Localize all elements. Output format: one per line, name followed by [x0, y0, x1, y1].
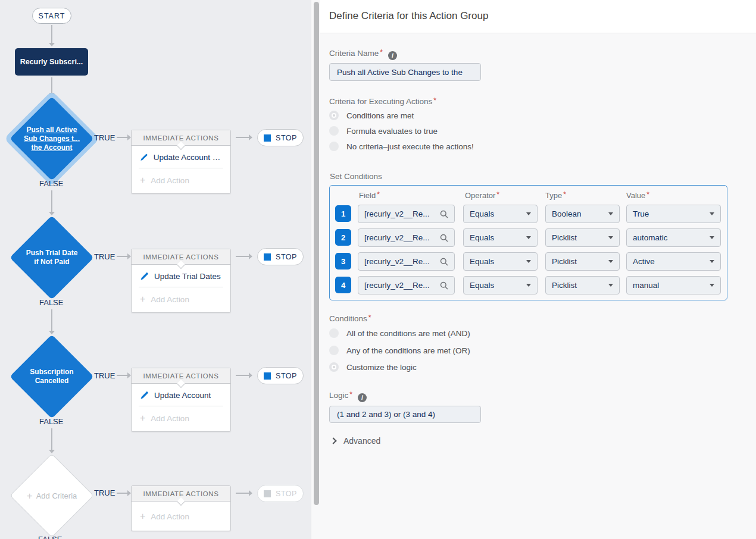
search-icon: [440, 234, 448, 242]
connector-arrow: [51, 428, 52, 450]
radio-icon[interactable]: [329, 126, 339, 136]
connector-arrow: [117, 256, 127, 257]
true-label: TRUE: [94, 371, 115, 380]
add-action-button[interactable]: + Add Action: [132, 406, 230, 431]
stop-square-icon: [264, 134, 271, 142]
field-input-4[interactable]: [recurly_v2__Re...: [358, 276, 455, 294]
radio-icon[interactable]: [329, 362, 339, 372]
stop-square-icon: [264, 372, 271, 380]
radio-all-and[interactable]: All of the conditions are met (AND): [329, 328, 470, 338]
value-select-2[interactable]: automatic: [626, 228, 721, 247]
operator-select-1[interactable]: Equals: [463, 205, 538, 223]
criteria-node-1-label: Push all Active Sub Changes t... the Acc…: [10, 109, 93, 168]
field-input-1[interactable]: [recurly_v2__Re...: [358, 205, 455, 223]
false-label: FALSE: [39, 298, 63, 307]
operator-select-4[interactable]: Equals: [463, 276, 538, 294]
radio-formula-true[interactable]: Formula evaluates to true: [329, 126, 438, 136]
field-input-3[interactable]: [recurly_v2__Re...: [358, 252, 455, 271]
chevron-down-icon: [526, 284, 531, 287]
criteria-node-3-label: Subscription Cancelled: [10, 347, 93, 406]
plus-icon: +: [140, 175, 145, 186]
define-criteria-panel: Define Criteria for this Action Group Cr…: [320, 0, 756, 539]
add-criteria-label: + Add Criteria: [10, 466, 93, 525]
criteria-node-2-label: Push Trial Date if Not Paid: [10, 228, 93, 287]
add-action-button[interactable]: + Add Action: [132, 502, 230, 531]
chevron-down-icon: [710, 260, 714, 263]
chevron-down-icon: [608, 212, 613, 215]
criteria-name-input[interactable]: Push all Active Sub Changes to the: [329, 63, 481, 81]
required-asterisk: *: [433, 96, 436, 105]
connector-arrow: [51, 309, 52, 331]
required-asterisk: *: [349, 390, 352, 399]
immediate-actions-header: IMMEDIATE ACTIONS: [132, 249, 230, 265]
type-select-4[interactable]: Picklist: [545, 276, 620, 294]
radio-customize-logic[interactable]: Customize the logic: [329, 362, 417, 372]
add-action-button[interactable]: + Add Action: [132, 287, 230, 312]
value-select-3[interactable]: Active: [626, 252, 721, 271]
operator-select-2[interactable]: Equals: [463, 228, 538, 247]
plus-icon: +: [140, 511, 145, 522]
chevron-down-icon: [608, 236, 613, 239]
required-asterisk: *: [563, 190, 566, 199]
plus-icon: +: [140, 294, 145, 305]
logic-input[interactable]: (1 and 2 and 3) or (3 and 4): [329, 406, 481, 423]
required-asterisk: *: [377, 190, 380, 199]
radio-conditions-are-met[interactable]: Conditions are met: [329, 111, 414, 120]
plus-icon: +: [27, 492, 33, 500]
start-node[interactable]: START: [32, 8, 71, 24]
value-select-4[interactable]: manual: [626, 276, 721, 294]
pencil-icon: [140, 272, 149, 281]
radio-icon[interactable]: [329, 111, 339, 120]
trigger-node[interactable]: Recurly Subscri...: [15, 48, 88, 76]
field-input-2[interactable]: [recurly_v2__Re...: [358, 228, 455, 247]
info-icon[interactable]: i: [358, 393, 367, 402]
criteria-name-label: Criteria Name*i: [329, 48, 397, 60]
connector-arrow: [236, 137, 249, 138]
search-icon: [440, 281, 448, 290]
type-select-1[interactable]: Boolean: [545, 205, 620, 223]
immediate-actions-header: IMMEDIATE ACTIONS: [132, 486, 230, 502]
radio-any-or[interactable]: Any of the conditions are met (OR): [329, 346, 470, 355]
chevron-down-icon: [608, 284, 613, 287]
connector-arrow: [236, 256, 249, 257]
required-asterisk: *: [646, 190, 649, 199]
immediate-actions-box-4: IMMEDIATE ACTIONS + Add Action: [131, 485, 231, 531]
immediate-actions-box-3: IMMEDIATE ACTIONS Update Account + Add A…: [131, 368, 231, 432]
value-select-1[interactable]: True: [626, 205, 721, 223]
search-icon: [440, 258, 448, 266]
chevron-down-icon: [526, 212, 531, 215]
conditions-label: Conditions*: [329, 314, 371, 323]
stop-node-2[interactable]: STOP: [257, 248, 304, 265]
required-asterisk: *: [496, 190, 499, 199]
connector-arrow: [51, 77, 52, 93]
chevron-down-icon: [526, 260, 531, 263]
connector-arrow: [117, 493, 127, 494]
add-action-button[interactable]: + Add Action: [132, 168, 230, 193]
flow-scrollbar-track[interactable]: [311, 0, 320, 539]
immediate-actions-header: IMMEDIATE ACTIONS: [132, 130, 230, 146]
stop-node-3[interactable]: STOP: [257, 367, 304, 384]
chevron-down-icon: [526, 236, 531, 239]
radio-icon[interactable]: [329, 346, 339, 355]
radio-no-criteria[interactable]: No criteria–just execute the actions!: [329, 142, 474, 151]
type-select-3[interactable]: Picklist: [545, 252, 620, 271]
false-label: FALSE: [38, 535, 62, 539]
logic-label: Logic*i: [329, 390, 367, 402]
type-select-2[interactable]: Picklist: [545, 228, 620, 247]
plus-icon: +: [140, 413, 145, 424]
exec-criteria-label: Criteria for Executing Actions*: [329, 96, 436, 106]
stop-node-4: STOP: [257, 485, 304, 502]
advanced-toggle[interactable]: Advanced: [331, 436, 380, 446]
required-asterisk: *: [380, 48, 383, 57]
radio-icon[interactable]: [329, 142, 339, 151]
info-icon[interactable]: i: [388, 51, 397, 60]
operator-select-3[interactable]: Equals: [463, 252, 538, 271]
chevron-down-icon: [608, 260, 613, 263]
stop-node-1[interactable]: STOP: [257, 129, 304, 146]
radio-icon[interactable]: [329, 328, 339, 338]
false-label: FALSE: [39, 417, 63, 426]
condition-row-number: 3: [335, 253, 351, 270]
column-header-operator: Operator*: [465, 190, 499, 200]
flow-scrollbar-thumb[interactable]: [314, 2, 319, 505]
required-asterisk: *: [368, 314, 371, 322]
